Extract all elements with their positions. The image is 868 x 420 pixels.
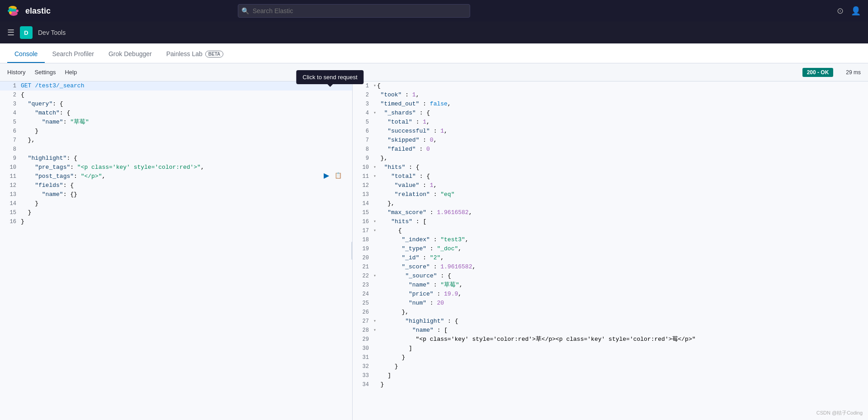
line-content: "_id" : "2",: [373, 253, 864, 262]
line-number: 5: [356, 118, 369, 127]
left-code-line-8[interactable]: 8: [0, 145, 352, 154]
left-code-line-5[interactable]: 5 "name": "草莓": [0, 118, 352, 127]
line-content: "_index" : "test3",: [373, 235, 864, 244]
run-buttons: ▶ 📋: [321, 170, 343, 180]
left-code-line-13[interactable]: 13 "name": {}: [0, 190, 352, 199]
left-code-line-11[interactable]: 11 "post_tags": "</p>",: [0, 172, 352, 181]
line-content: {: [377, 226, 864, 235]
line-content: }: [373, 362, 864, 371]
hamburger-icon[interactable]: ☰: [7, 28, 14, 38]
copy-button[interactable]: 📋: [333, 170, 343, 180]
app-title: elastic: [25, 6, 51, 16]
request-editor[interactable]: 1GET /test3/_search2{3 "query": {4 "matc…: [0, 81, 352, 420]
line-content: {: [21, 91, 349, 100]
fold-arrow[interactable]: ▾: [373, 81, 376, 91]
line-number: 19: [356, 244, 369, 253]
right-code-line-27: 27▾ "highlight" : {: [353, 317, 868, 326]
line-number: 27: [356, 317, 369, 326]
line-content: "failed" : 0: [373, 145, 864, 154]
line-number: 30: [356, 344, 369, 353]
left-code-line-15[interactable]: 15 }: [0, 208, 352, 217]
fold-arrow[interactable]: ▾: [373, 226, 376, 235]
line-number: 2: [4, 91, 16, 100]
history-button[interactable]: History: [7, 69, 25, 76]
fold-arrow[interactable]: ▾: [373, 172, 376, 181]
fold-arrow[interactable]: ▾: [373, 217, 376, 226]
help-circle-icon[interactable]: ⊙: [837, 6, 844, 16]
line-number: 7: [4, 136, 16, 145]
response-time: 29 ms: [846, 69, 861, 76]
run-button[interactable]: ▶: [321, 170, 331, 180]
line-content: {: [377, 81, 864, 91]
right-code-line-16: 16▾ "hits" : [: [353, 217, 868, 226]
left-code-line-14[interactable]: 14 }: [0, 199, 352, 208]
line-number: 13: [4, 190, 16, 199]
line-number: 34: [356, 380, 369, 389]
right-code-line-3: 3 "timed_out" : false,: [353, 100, 868, 109]
right-editor-pane: 1▾{2 "took" : 1,3 "timed_out" : false,4▾…: [353, 81, 868, 420]
left-code-line-2[interactable]: 2{: [0, 91, 352, 100]
fold-arrow[interactable]: ▾: [373, 163, 376, 172]
left-editor-pane[interactable]: 1GET /test3/_search2{3 "query": {4 "matc…: [0, 81, 353, 420]
line-content: }: [21, 199, 349, 208]
global-search[interactable]: 🔍: [238, 4, 470, 18]
fold-arrow[interactable]: ▾: [373, 109, 376, 118]
line-number: 32: [356, 362, 369, 371]
line-number: 16: [356, 217, 369, 226]
tab-search-profiler[interactable]: Search Profiler: [45, 46, 101, 63]
elastic-logo-icon: [7, 4, 22, 18]
right-code-line-31: 31 }: [353, 353, 868, 362]
line-content: "price" : 19.9,: [373, 290, 864, 299]
svg-point-6: [16, 10, 19, 12]
line-number: 12: [4, 181, 16, 190]
line-number: 4: [356, 109, 369, 118]
line-number: 8: [4, 145, 16, 154]
line-number: 7: [356, 136, 369, 145]
line-content: }: [21, 217, 349, 226]
tab-painless-lab[interactable]: Painless Lab BETA: [159, 46, 231, 63]
line-number: 9: [356, 154, 369, 163]
right-code-line-18: 18 "_index" : "test3",: [353, 235, 868, 244]
left-code-line-12[interactable]: 12 "fields": {: [0, 181, 352, 190]
elastic-logo[interactable]: elastic: [7, 4, 51, 18]
line-number: 20: [356, 253, 369, 262]
left-code-line-10[interactable]: 10 "pre_tags": "<p class='key' style='co…: [0, 163, 352, 172]
right-code-line-6: 6 "successful" : 1,: [353, 127, 868, 136]
line-number: 21: [356, 262, 369, 272]
tab-console[interactable]: Console: [7, 46, 45, 63]
left-code-line-4[interactable]: 4 "match": {: [0, 109, 352, 118]
help-button[interactable]: Help: [65, 69, 77, 76]
line-content: "_shards" : {: [377, 109, 864, 118]
line-content: }: [373, 353, 864, 362]
line-content: "match": {: [21, 109, 349, 118]
tab-grok-debugger[interactable]: Grok Debugger: [101, 46, 159, 63]
line-number: 22: [356, 272, 369, 281]
line-content: ]: [373, 371, 864, 380]
left-code-line-16[interactable]: 16}: [0, 217, 352, 226]
left-code-line-6[interactable]: 6 }: [0, 127, 352, 136]
svg-point-5: [9, 11, 12, 14]
settings-button[interactable]: Settings: [34, 69, 56, 76]
right-code-line-17: 17▾ {: [353, 226, 868, 235]
left-code-line-9[interactable]: 9 "highlight": {: [0, 154, 352, 163]
right-code-line-24: 24 "price" : 19.9,: [353, 290, 868, 299]
line-number: 26: [356, 308, 369, 317]
search-input[interactable]: [238, 4, 470, 18]
fold-arrow[interactable]: ▾: [373, 317, 376, 326]
fold-arrow[interactable]: ▾: [373, 326, 376, 335]
line-content: "name" : "草莓",: [373, 281, 864, 290]
right-code-line-7: 7 "skipped" : 0,: [353, 136, 868, 145]
editor-area: 1GET /test3/_search2{3 "query": {4 "matc…: [0, 81, 868, 420]
fold-arrow[interactable]: ▾: [373, 272, 376, 281]
line-number: 5: [4, 118, 16, 127]
line-number: 3: [356, 100, 369, 109]
tab-bar: Console Search Profiler Grok Debugger Pa…: [0, 43, 868, 63]
left-code-line-3[interactable]: 3 "query": {: [0, 100, 352, 109]
user-badge[interactable]: D: [20, 26, 33, 39]
user-menu-icon[interactable]: 👤: [851, 6, 861, 16]
right-code-line-33: 33 ]: [353, 371, 868, 380]
right-code-line-28: 28▾ "name" : [: [353, 326, 868, 335]
line-content: }: [21, 208, 349, 217]
line-number: 4: [4, 109, 16, 118]
left-code-line-7[interactable]: 7 },: [0, 136, 352, 145]
